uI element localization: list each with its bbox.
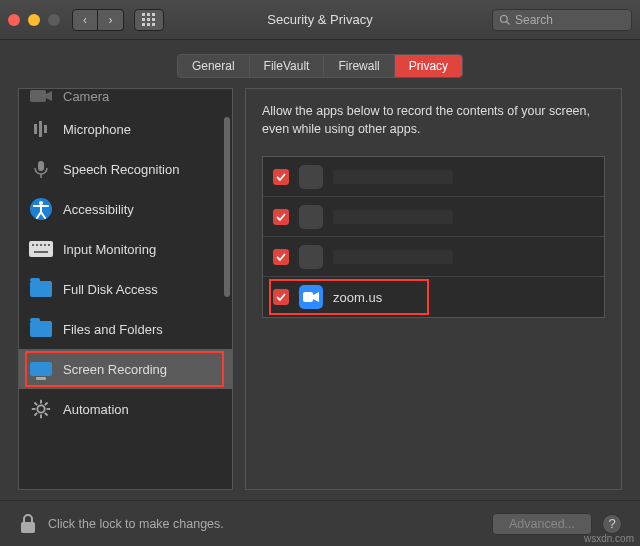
- app-icon: [299, 165, 323, 189]
- tab-general[interactable]: General: [178, 55, 250, 77]
- svg-rect-11: [30, 90, 46, 102]
- svg-line-34: [45, 402, 48, 405]
- gear-icon: [29, 397, 53, 421]
- tab-privacy[interactable]: Privacy: [395, 55, 462, 77]
- svg-line-31: [34, 402, 37, 405]
- svg-rect-5: [152, 18, 155, 21]
- show-all-button[interactable]: [134, 9, 164, 31]
- lock-icon: [19, 513, 37, 535]
- svg-line-32: [45, 413, 48, 416]
- svg-rect-2: [152, 13, 155, 16]
- svg-rect-21: [36, 244, 38, 246]
- accessibility-icon: [29, 197, 53, 221]
- svg-rect-15: [38, 161, 44, 171]
- nav-back-button[interactable]: ‹: [72, 9, 98, 31]
- svg-point-26: [37, 405, 44, 412]
- privacy-category-sidebar: Camera Microphone Speech Recognition: [18, 88, 233, 490]
- svg-rect-6: [142, 23, 145, 26]
- sidebar-item-label: Full Disk Access: [63, 282, 158, 297]
- sidebar-item-label: Automation: [63, 402, 129, 417]
- svg-line-10: [507, 21, 510, 24]
- main-area: Camera Microphone Speech Recognition: [0, 88, 640, 500]
- svg-point-18: [39, 201, 43, 205]
- search-icon: [499, 14, 511, 26]
- sidebar-item-automation[interactable]: Automation: [19, 389, 232, 429]
- svg-rect-0: [142, 13, 145, 16]
- sidebar-item-files-folders[interactable]: Files and Folders: [19, 309, 232, 349]
- svg-rect-25: [34, 251, 48, 253]
- sidebar-item-speech[interactable]: Speech Recognition: [19, 149, 232, 189]
- app-name: [333, 250, 453, 264]
- check-icon: [276, 292, 286, 302]
- maximize-window-button[interactable]: [48, 14, 60, 26]
- screen-icon: [29, 357, 53, 381]
- tab-filevault[interactable]: FileVault: [250, 55, 325, 77]
- help-button[interactable]: ?: [602, 514, 622, 534]
- app-name: [333, 170, 453, 184]
- sidebar-item-camera[interactable]: Camera: [19, 89, 232, 109]
- tab-firewall[interactable]: Firewall: [324, 55, 394, 77]
- svg-rect-35: [303, 292, 313, 302]
- camera-icon: [29, 89, 53, 108]
- watermark: wsxdn.com: [584, 533, 634, 544]
- minimize-window-button[interactable]: [28, 14, 40, 26]
- sidebar-item-microphone[interactable]: Microphone: [19, 109, 232, 149]
- app-row[interactable]: [263, 237, 604, 277]
- advanced-button[interactable]: Advanced...: [492, 513, 592, 535]
- svg-rect-3: [142, 18, 145, 21]
- svg-rect-23: [44, 244, 46, 246]
- permission-checkbox[interactable]: [273, 209, 289, 225]
- sidebar-item-accessibility[interactable]: Accessibility: [19, 189, 232, 229]
- app-icon: [299, 245, 323, 269]
- keyboard-icon: [29, 237, 53, 261]
- sidebar-item-label: Files and Folders: [63, 322, 163, 337]
- svg-rect-22: [40, 244, 42, 246]
- check-icon: [276, 172, 286, 182]
- close-window-button[interactable]: [8, 14, 20, 26]
- app-name: zoom.us: [333, 290, 382, 305]
- grid-icon: [142, 13, 156, 27]
- speech-icon: [29, 157, 53, 181]
- app-row[interactable]: [263, 197, 604, 237]
- permission-checkbox[interactable]: [273, 249, 289, 265]
- app-permission-list: zoom.us: [262, 156, 605, 318]
- permission-checkbox[interactable]: [273, 289, 289, 305]
- lock-button[interactable]: [18, 512, 38, 536]
- detail-panel: Allow the apps below to record the conte…: [245, 88, 622, 490]
- permission-checkbox[interactable]: [273, 169, 289, 185]
- sidebar-item-label: Screen Recording: [63, 362, 167, 377]
- svg-rect-12: [34, 124, 37, 134]
- sidebar-item-full-disk[interactable]: Full Disk Access: [19, 269, 232, 309]
- preferences-window: ‹ › Security & Privacy General Fil: [0, 0, 640, 546]
- svg-rect-4: [147, 18, 150, 21]
- microphone-icon: [29, 117, 53, 141]
- app-icon: [299, 205, 323, 229]
- search-input[interactable]: [515, 13, 625, 27]
- app-name: [333, 210, 453, 224]
- zoom-app-icon: [299, 285, 323, 309]
- lock-hint-text: Click the lock to make changes.: [48, 517, 224, 531]
- panel-description: Allow the apps below to record the conte…: [262, 103, 605, 138]
- tab-row: General FileVault Firewall Privacy: [0, 40, 640, 88]
- svg-line-33: [34, 413, 37, 416]
- sidebar-item-screen-recording[interactable]: Screen Recording: [19, 349, 232, 389]
- app-row[interactable]: [263, 157, 604, 197]
- nav-forward-button[interactable]: ›: [98, 9, 124, 31]
- folder-icon: [29, 317, 53, 341]
- sidebar-item-label: Input Monitoring: [63, 242, 156, 257]
- sidebar-scrollbar[interactable]: [224, 117, 230, 297]
- sidebar-item-label: Accessibility: [63, 202, 134, 217]
- window-title: Security & Privacy: [267, 12, 372, 27]
- nav-buttons: ‹ ›: [72, 9, 124, 31]
- svg-rect-14: [44, 125, 47, 133]
- sidebar-item-label: Speech Recognition: [63, 162, 179, 177]
- sidebar-item-input-monitoring[interactable]: Input Monitoring: [19, 229, 232, 269]
- check-icon: [276, 252, 286, 262]
- window-controls: [8, 14, 60, 26]
- app-row-zoom[interactable]: zoom.us: [263, 277, 604, 317]
- sidebar-item-label: Microphone: [63, 122, 131, 137]
- sidebar-item-label: Camera: [63, 89, 109, 104]
- svg-rect-19: [29, 241, 53, 257]
- svg-rect-7: [147, 23, 150, 26]
- search-field[interactable]: [492, 9, 632, 31]
